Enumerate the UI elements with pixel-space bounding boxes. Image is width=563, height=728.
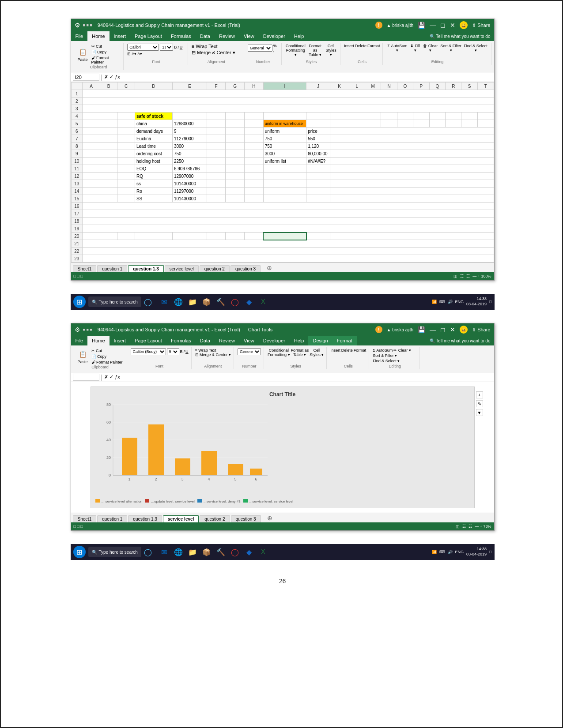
- clear-button-1[interactable]: 🗑 Clear ▾: [422, 44, 439, 53]
- chart-style-btn[interactable]: ✎: [476, 400, 483, 407]
- tab-design-2[interactable]: Design: [308, 336, 332, 345]
- col-header-d-1[interactable]: D: [135, 83, 172, 90]
- font-size-select-1[interactable]: 11: [160, 44, 173, 51]
- underline-button-2[interactable]: U: [185, 349, 189, 354]
- taskbar-app-circle-1[interactable]: ◯: [229, 296, 241, 308]
- uniform-in-warehouse-cell[interactable]: uniform in warehouse: [263, 120, 306, 128]
- sort-filter-2[interactable]: Sort & Filter ▾: [373, 353, 397, 358]
- font-size-select-2[interactable]: 9: [167, 348, 179, 355]
- selected-cell-i20[interactable]: [263, 233, 306, 240]
- taskbar-app-excel-1[interactable]: X: [257, 296, 269, 308]
- search-bar-2[interactable]: 🔍 Type here to search: [88, 547, 141, 557]
- sheet-tab-sheet1-2[interactable]: Sheet1: [73, 515, 97, 522]
- share-button-1[interactable]: ⇧ Share: [472, 23, 490, 28]
- cortana-icon-2[interactable]: ◯: [144, 548, 152, 556]
- tab-data-1[interactable]: Data: [196, 31, 215, 41]
- chart-add-element-btn[interactable]: +: [476, 391, 483, 398]
- tab-view-2[interactable]: View: [239, 336, 259, 345]
- func-icon-2[interactable]: ✗ ✓ ƒx: [104, 374, 120, 380]
- view-break-1[interactable]: ☷: [466, 274, 470, 278]
- formula-input-2[interactable]: [122, 375, 492, 380]
- merge-center-button-1[interactable]: ⊟ Merge & Center ▾: [192, 50, 235, 56]
- find-select-2[interactable]: Find & Select ▾: [373, 359, 400, 363]
- format-table-button-2[interactable]: Format asTable ▾: [291, 348, 309, 357]
- tab-developer-1[interactable]: Developer: [259, 31, 290, 41]
- taskbar-app-mail-1[interactable]: ✉: [158, 296, 170, 308]
- format-cells-2[interactable]: Format: [354, 348, 367, 353]
- col-header-c-1[interactable]: C: [117, 83, 135, 90]
- bold-button-2[interactable]: B: [180, 349, 183, 354]
- share-button-2[interactable]: ⇧ Share: [472, 327, 490, 333]
- col-header-k-1[interactable]: K: [330, 83, 349, 90]
- tab-home-1[interactable]: Home: [87, 31, 109, 41]
- tab-home-2[interactable]: Home: [87, 336, 109, 345]
- bold-button-1[interactable]: B: [174, 45, 177, 49]
- view-normal-1[interactable]: ◫: [453, 274, 457, 278]
- search-bar-1[interactable]: 🔍 Type here to search: [88, 296, 141, 307]
- sheet-tab-q1-2[interactable]: question 1: [97, 515, 127, 522]
- sheet-tab-q1-1[interactable]: question 1: [97, 265, 127, 272]
- tell-me-2[interactable]: 🔍 Tell me what you want to do: [430, 336, 494, 345]
- number-format-select-1[interactable]: General: [248, 45, 272, 52]
- tell-me-1[interactable]: 🔍 Tell me what you want to do: [430, 31, 494, 41]
- taskbar-app-pkg-2[interactable]: 📦: [200, 546, 213, 558]
- col-header-i-1[interactable]: I: [263, 83, 306, 90]
- col-header-e-1[interactable]: E: [172, 83, 207, 90]
- cut-button-1[interactable]: ✂ Cut: [90, 44, 121, 49]
- view-break-2[interactable]: ☷: [469, 524, 472, 529]
- tab-pagelayout-1[interactable]: Page Layout: [130, 31, 166, 41]
- col-header-q-1[interactable]: Q: [429, 83, 445, 90]
- col-header-b-1[interactable]: B: [100, 83, 117, 90]
- func-icon-1[interactable]: ✗ ✓ ƒx: [104, 74, 120, 80]
- china-value-cell[interactable]: 12880000: [172, 120, 207, 128]
- col-header-l-1[interactable]: L: [349, 83, 365, 90]
- font-color-icon-1[interactable]: A▾: [137, 52, 142, 56]
- underline-button-1[interactable]: U: [180, 45, 183, 49]
- add-sheet-button-2[interactable]: ⊕: [264, 514, 276, 522]
- col-header-f-1[interactable]: F: [207, 83, 226, 90]
- chart-inner[interactable]: + ✎ ▼ Chart Title: [91, 387, 475, 508]
- taskbar-app-folder-1[interactable]: 📁: [186, 296, 199, 308]
- sheet-tab-q3-2[interactable]: question 3: [231, 515, 261, 522]
- sheet-tab-q1-3-1[interactable]: question 1.3: [128, 265, 163, 272]
- tab-file-1[interactable]: File: [71, 31, 88, 41]
- sheet-tab-sheet1-1[interactable]: Sheet1: [73, 265, 97, 272]
- col-header-s-1[interactable]: S: [461, 83, 477, 90]
- autosum-2[interactable]: Σ AutoSum: [373, 348, 393, 353]
- tab-formulas-2[interactable]: Formulas: [166, 336, 196, 345]
- fill-2[interactable]: ✏ Clear ▾: [393, 348, 411, 353]
- taskbar-app-mail-2[interactable]: ✉: [158, 546, 170, 558]
- tab-view-1[interactable]: View: [239, 31, 259, 41]
- taskbar-app-circle-2[interactable]: ◯: [229, 546, 241, 558]
- safe-of-stock-cell[interactable]: safe of stock: [135, 113, 172, 120]
- tab-file-2[interactable]: File: [71, 336, 88, 345]
- copy-button-1[interactable]: 📄 Copy: [90, 49, 121, 55]
- sheet-tab-q2-1[interactable]: question 2: [200, 265, 230, 272]
- font-family-select-1[interactable]: Calibri: [127, 44, 159, 51]
- col-header-t-1[interactable]: T: [477, 83, 494, 90]
- cortana-icon-1[interactable]: ◯: [144, 298, 152, 306]
- delete-cells-2[interactable]: Delete: [341, 348, 353, 353]
- taskbar-app-browser-1[interactable]: 🌐: [172, 296, 185, 308]
- italic-button-1[interactable]: I: [178, 45, 179, 49]
- name-box-2[interactable]: [73, 374, 99, 381]
- col-header-n-1[interactable]: N: [381, 83, 397, 90]
- name-box-1[interactable]: [73, 74, 99, 81]
- tab-help-1[interactable]: Help: [290, 31, 309, 41]
- paste-button-2[interactable]: 📋 Paste: [76, 349, 89, 365]
- fill-button-1[interactable]: ⬇ Fill ▾: [409, 44, 421, 53]
- delete-cells-button-1[interactable]: Delete: [355, 44, 367, 48]
- format-painter-button-1[interactable]: 🖌 Format Painter: [90, 55, 121, 65]
- copy-button-2[interactable]: 📄 Copy: [90, 354, 124, 359]
- wrap-text-2[interactable]: ≡ Wrap Text: [195, 348, 216, 353]
- col-header-g-1[interactable]: G: [226, 83, 245, 90]
- sheet-tab-sl-1[interactable]: service level: [165, 265, 199, 272]
- taskbar-app-edge-2[interactable]: ◆: [243, 546, 255, 558]
- chart-filter-btn[interactable]: ▼: [476, 409, 483, 416]
- find-select-button-1[interactable]: Find & Select ▾: [463, 44, 488, 53]
- taskbar-app-vs-2[interactable]: 🔨: [215, 546, 227, 558]
- tab-formulas-1[interactable]: Formulas: [166, 31, 196, 41]
- tab-developer-2[interactable]: Developer: [259, 336, 290, 345]
- cell-styles-button-2[interactable]: CellStyles ▾: [310, 348, 324, 357]
- sheet-tab-q2-2[interactable]: question 2: [200, 515, 230, 522]
